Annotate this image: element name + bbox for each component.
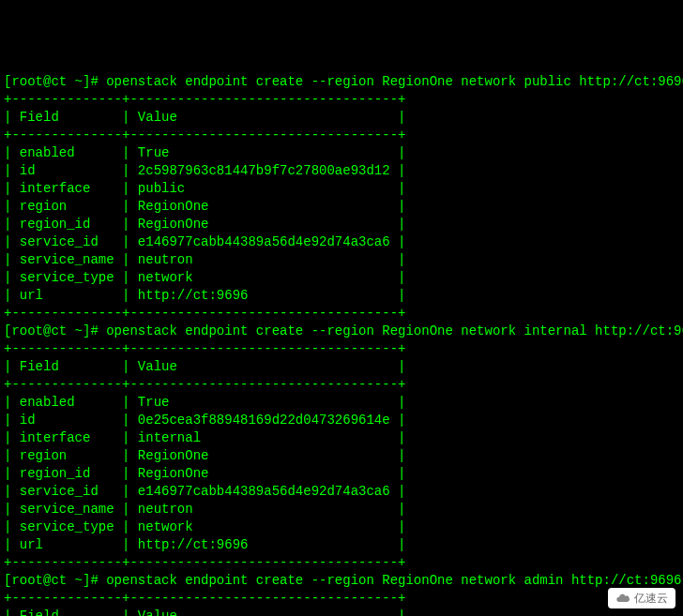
cloud-icon <box>615 591 630 606</box>
table-row: | region | RegionOne | <box>4 447 679 465</box>
table-row: | url | http://ct:9696 | <box>4 287 679 305</box>
table-border: +--------------+------------------------… <box>4 554 679 572</box>
command-line-1: [root@ct ~]# openstack endpoint create -… <box>4 73 679 91</box>
table-row: | id | 2c5987963c81447b9f7c27800ae93d12 … <box>4 162 679 180</box>
table-row: | interface | public | <box>4 180 679 198</box>
prompt: [root@ct ~]# <box>4 323 106 338</box>
prompt: [root@ct ~]# <box>4 74 106 89</box>
command-line-3: [root@ct ~]# openstack endpoint create -… <box>4 572 679 590</box>
table-row: | enabled | True | <box>4 144 679 162</box>
table-header: | Field | Value | <box>4 358 679 376</box>
table-row: | interface | internal | <box>4 429 679 447</box>
table-row: | service_id | e146977cabb44389a56d4e92d… <box>4 483 679 501</box>
table-row: | region_id | RegionOne | <box>4 216 679 233</box>
table-border: +--------------+------------------------… <box>4 91 679 109</box>
table-row: | service_id | e146977cabb44389a56d4e92d… <box>4 233 679 251</box>
prompt: [root@ct ~]# <box>4 573 106 588</box>
table-row: | service_type | network | <box>4 518 679 536</box>
table-row: | service_name | neutron | <box>4 501 679 518</box>
table-border: +--------------+------------------------… <box>4 305 679 323</box>
table-row: | url | http://ct:9696 | <box>4 536 679 554</box>
table-border: +--------------+------------------------… <box>4 590 679 608</box>
table-row: | service_name | neutron | <box>4 251 679 269</box>
table-header: | Field | Value | <box>4 109 679 127</box>
command-text: openstack endpoint create --region Regio… <box>106 323 683 338</box>
watermark-badge: 亿速云 <box>608 588 675 608</box>
command-line-2: [root@ct ~]# openstack endpoint create -… <box>4 323 679 340</box>
table-row: | id | 0e25cea3f88948169d22d0473269614e … <box>4 412 679 429</box>
table-header: | Field | Value | <box>4 608 679 616</box>
watermark-text: 亿速云 <box>634 590 668 607</box>
table-row: | service_type | network | <box>4 269 679 287</box>
table-row: | enabled | True | <box>4 394 679 412</box>
command-text: openstack endpoint create --region Regio… <box>106 573 681 588</box>
table-border: +--------------+------------------------… <box>4 340 679 358</box>
table-row: | region | RegionOne | <box>4 198 679 216</box>
table-border: +--------------+------------------------… <box>4 376 679 394</box>
terminal-output: [root@ct ~]# openstack endpoint create -… <box>4 73 679 616</box>
table-row: | region_id | RegionOne | <box>4 465 679 483</box>
table-border: +--------------+------------------------… <box>4 127 679 144</box>
command-text: openstack endpoint create --region Regio… <box>106 74 683 89</box>
